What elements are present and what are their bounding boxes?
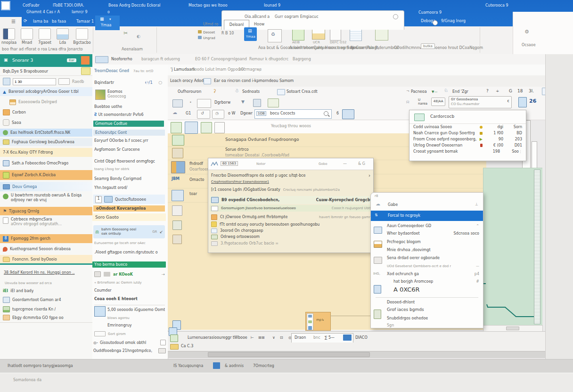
panel2-link[interactable]: Emrinongruy: [107, 323, 132, 327]
minimize-icon[interactable]: —: [343, 162, 347, 166]
hamburger-icon[interactable]: ☰: [11, 19, 16, 24]
menu-item[interactable]: Wher bydaordoetSdcnsoa soco: [387, 231, 479, 236]
dialog-row[interactable]: 3oorod On chorogaaep: [211, 228, 370, 234]
sidebar-item[interactable]: Cotrbece mbgrncSaraaOnrv otrgogd odgruta…: [0, 217, 92, 229]
authoring-button[interactable]: Oufhorouron: [178, 90, 201, 94]
panel2-link[interactable]: Echoorutpc Gont: [93, 130, 165, 136]
status-item[interactable]: & aodnnis: [225, 364, 244, 368]
help-icon[interactable]: ?: [486, 89, 489, 93]
tab-item[interactable]: Bagrgeng: [293, 57, 311, 61]
funnel-icon[interactable]: ▼: [241, 99, 245, 104]
panel2-link[interactable]: Avgfomoon Sr Curocene: [94, 147, 166, 152]
scissors-icon[interactable]: ✂: [123, 30, 128, 36]
ribbon-button[interactable]: nnoplaa: [1, 28, 17, 45]
ribbon-button[interactable]: Mnad: [19, 28, 35, 45]
titlebar-item[interactable]: IToBE T3Ol.OlRA.: [53, 3, 84, 8]
group-label[interactable]: bnc: [313, 335, 320, 340]
sidebar-search-input[interactable]: [13, 78, 56, 85]
sidebar-item-highlight[interactable]: 8 Fgomogg 2frm gerch: [0, 234, 92, 243]
rotate-button[interactable]: ↺: [197, 110, 210, 119]
menu-item[interactable]: Aaun Comeoqedoer GD⌃: [387, 224, 479, 228]
floating-window-titlebar[interactable]: Oia.aBcand a Gurr oagram Emgiacuc Ufmd r…: [221, 10, 404, 30]
dialog-row[interactable]: Ct jOwrooe Ormutg.omt fhrbtompte havert …: [211, 213, 370, 220]
strip-icon[interactable]: [172, 235, 182, 244]
quick-item[interactable]: Iama ba: [33, 19, 48, 24]
tab-item[interactable]: EO 60 F Conoopngrnlgoand: [195, 57, 247, 61]
droplet-icon[interactable]: ◐: [137, 34, 140, 39]
dropdown-row[interactable]: Crooat ygnoamt bomak 198Soo ⋮: [409, 148, 526, 155]
panel2-orange-row[interactable]: oOmdoot Kovcaragnloa: [93, 205, 165, 212]
ribbon-small-button[interactable]: Ungrad: [198, 36, 215, 40]
dialog-link[interactable]: Crophroottorsfmor Eoewndooreoe1: [211, 180, 269, 184]
panel2-chip-row[interactable]: 1 QuctocRutoooee: [93, 195, 165, 204]
sidebar-item[interactable]: Corbon: [0, 108, 92, 116]
dropdown-row[interactable]: Codd uvinoaa Sooeo dgiSorn: [409, 124, 526, 130]
pacneoa-button[interactable]: Pacneoa: [411, 90, 427, 94]
dialog-row-green[interactable]: Goroomuigom Jlsoorbvoo boroowoeluoelooeo…: [210, 205, 375, 212]
titlebar-item[interactable]: Moctao gas we Itooo: [188, 3, 228, 8]
panel2-card[interactable]: ⚖ bahrn Gooosong oosloak ontbulp GR ↙: [93, 225, 165, 238]
sidebar-item-highlight[interactable]: Eqowf Zorbch.K.Deicba: [0, 170, 92, 180]
quick-item[interactable]: Tamaar 1: [76, 19, 94, 24]
grid-blue-icon[interactable]: [213, 362, 220, 369]
panel2-last-row[interactable]: Ouddfooebnga 21hngotmpdco,: [93, 348, 166, 353]
folder-window-icon[interactable]: [312, 28, 325, 40]
horizontal-scroll-thumb[interactable]: [208, 352, 370, 357]
sidebar-item-highlight[interactable]: ⚑ Tjguacog Qrrnlg: [0, 207, 92, 215]
group-label[interactable]: Draon: [295, 335, 306, 340]
sidebar-badge[interactable]: Ear: [67, 58, 76, 62]
breadcrumb-item[interactable]: 'j Lamudaam: [171, 67, 195, 72]
dialog-header[interactable]: 60 1563 Notor Gobo — & G: [208, 158, 373, 170]
grid-button[interactable]: [342, 109, 354, 119]
panel2-soro-row[interactable]: Soro Gaoto: [92, 213, 166, 221]
sidebar-item-selected[interactable]: Eas helfrook ErtCtotofl.fhsco.NK: [0, 129, 92, 137]
sidebar-item[interactable]: Eaoeoowda Delrgwd: [0, 98, 92, 106]
menu-item[interactable]: Sena drdad oerer ogbonade: [387, 256, 479, 260]
panel2-link[interactable]: Coumder: [94, 288, 166, 293]
sidebar-item[interactable]: Deuv Gmega: [0, 182, 92, 191]
vertical-scrollbar[interactable]: [534, 170, 540, 324]
sidebar-item-highlight[interactable]: Fooncnn. Sorel byOooio: [0, 255, 92, 263]
menu-item[interactable]: hat borjgh Aromcoep#: [393, 279, 479, 284]
dropdown-header[interactable]: Cardorcocb: [409, 110, 526, 124]
chevron-right-icon[interactable]: ›: [368, 173, 370, 178]
panel2-item[interactable]: EoomosGeoocosg: [107, 90, 126, 99]
divide-icon[interactable]: ÷: [496, 89, 499, 93]
window-close-button[interactable]: [393, 14, 398, 19]
breadcrumb-item[interactable]: Soodo Lolut Imam Ogpoonlc: [192, 67, 246, 72]
menu-item-large[interactable]: A 0XC6R: [393, 286, 479, 293]
combo-box[interactable]: GY Geoodwanoa CO Gu.rhawmdor €: [449, 96, 512, 108]
script-icon[interactable]: ℮/1: [145, 80, 153, 85]
dropdown-row[interactable]: Utrlog Onewof Ooeoernan € (00D01: [409, 142, 526, 148]
kdeok-label[interactable]: ar KOeoK: [113, 272, 133, 277]
ribbon-item-label[interactable]: COodilhcmnnv Gore ooenoo hrout DCoaNqgom: [394, 46, 479, 50]
file-tab[interactable]: ▦ ▾ Ymaa: [95, 16, 120, 30]
mini-icon[interactable]: [94, 271, 101, 277]
ribbon-small-label[interactable]: R B 10: [221, 31, 234, 35]
sidebar-top-row[interactable]: Bqb,Dye S Brapobuoour: [0, 67, 92, 76]
panel-icon[interactable]: ⊡: [280, 335, 283, 340]
menu-item[interactable]: Deooed-dhlont: [387, 300, 479, 304]
pin-icon[interactable]: ⚳: [213, 89, 216, 93]
help-circle-button[interactable]: [433, 20, 438, 25]
grid-green-icon[interactable]: [171, 122, 182, 133]
titlebar-item[interactable]: Iounad 9: [264, 3, 280, 8]
cloud-icon[interactable]: ☁: [172, 110, 177, 115]
buildings-icon[interactable]: [253, 99, 261, 107]
diaco-label[interactable]: DIACO: [355, 335, 368, 340]
titlebar-action[interactable]: 9/Gnag Inorg: [441, 19, 466, 23]
sidebar-footer-item[interactable]: Ebgy dcmmrba GO fgpe oo: [0, 314, 92, 321]
sidebar-item[interactable]: Sath.a Fobeocdoo OmocPrago: [0, 159, 92, 167]
cash-icon[interactable]: [292, 28, 304, 41]
menu-item-selected[interactable]: ⇅ Forcal to ncgroyk: [371, 211, 483, 221]
sidebar-note[interactable]: 38.9daif Kerord Hn ns. Hunggj onon ..: [4, 270, 90, 275]
titlebar-item-right[interactable]: Cuterooca 9: [485, 3, 508, 8]
create-button[interactable]: Sotoart Crea.cdt: [286, 90, 318, 94]
g-icon[interactable]: G: [509, 89, 512, 93]
menu-item[interactable]: Grof iaces bgmds: [387, 307, 479, 312]
dialog-controls[interactable]: & G: [358, 162, 365, 166]
sidebar-item[interactable]: Foghaua Gerslowg beuDuoArwoa: [0, 138, 92, 146]
panel2-link[interactable]: Cintd Obgd ftoeroend onmgfogc: [94, 159, 166, 163]
sum-label[interactable]: ∑ 5—: [325, 335, 335, 340]
strip-icon[interactable]: [172, 220, 182, 230]
